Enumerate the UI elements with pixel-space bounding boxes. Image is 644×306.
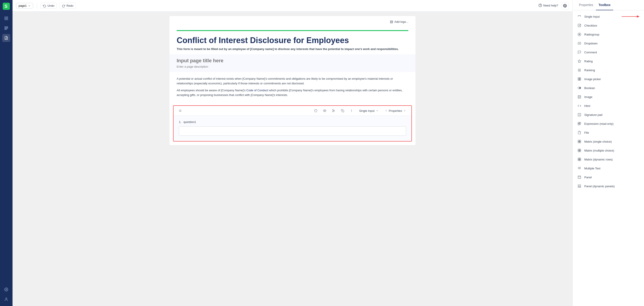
toolbox-item-ranking[interactable]: Ranking [573,66,644,75]
svg-point-12 [6,298,7,299]
topbar-divider [37,3,37,8]
comment-label: Comment [584,51,597,54]
toolbox-item-radiogroup[interactable]: Radiogroup [573,30,644,39]
sidebar-item-document[interactable] [2,34,10,42]
toolbox-item-file[interactable]: File [573,128,644,137]
single-input-arrow [622,14,640,19]
svg-rect-74 [580,159,581,161]
file-icon [577,130,582,135]
matrix-single-icon [577,139,582,144]
svg-rect-72 [580,158,581,159]
image-picker-icon [577,77,582,81]
toolbox-item-boolean[interactable]: Boolean [573,83,644,92]
comment-icon [577,50,582,54]
tab-toolbox[interactable]: Toolbox [596,0,613,10]
svg-rect-81 [578,186,581,187]
right-panel: Properties Toolbox Single Input [572,0,644,306]
question-content: 1. question1 [174,116,412,141]
toolbox-item-comment[interactable]: Comment [573,48,644,57]
required-icon[interactable] [312,108,319,114]
undo-button[interactable]: Undo [40,3,57,9]
radiogroup-icon [577,32,582,37]
form-header: Conflict of Interest Disclosure for Empl… [170,25,416,54]
sidebar-item-dashboard[interactable] [2,14,10,22]
svg-rect-80 [578,185,581,186]
svg-point-42 [579,34,580,35]
toolbox-item-single-input[interactable]: Single Input [573,12,644,21]
content-section: A potential or actual conflict of intere… [170,72,416,102]
svg-rect-60 [578,124,579,125]
single-input-icon [577,14,582,19]
page-selector[interactable]: page1 [16,3,33,8]
add-logo-button[interactable]: Add logo... [390,19,408,25]
drag-handle-icon[interactable] [177,108,183,114]
toolbox-item-dropdown[interactable]: Dropdown [573,39,644,48]
expression-label: Expression (read-only) [584,122,614,126]
svg-rect-6 [5,26,8,27]
toolbox-item-checkbox[interactable]: Checkbox [573,21,644,30]
ranking-icon [577,68,582,72]
toolbox-item-multiple-text[interactable]: Multiple Text [573,164,644,173]
svg-point-54 [580,87,580,88]
toolbox-item-matrix-multiple[interactable]: Matrix (multiple choice) [573,146,644,155]
global-topbar: Need help? [534,0,573,11]
content-p2-prefix: All employees should be aware of [Compan… [177,89,246,92]
main-area: Need help? page1 Undo Redo [12,0,572,306]
page-desc-input[interactable] [177,65,408,68]
svg-rect-2 [5,17,6,18]
content-paragraph2: All employees should be aware of [Compan… [177,88,408,98]
svg-point-18 [391,21,391,22]
svg-rect-40 [578,24,581,27]
more-icon[interactable] [348,108,355,114]
toolbox-item-matrix-single[interactable]: Matrix (single choice) [573,137,644,146]
matrix-multiple-label: Matrix (multiple choice) [584,149,614,152]
redo-button[interactable]: Redo [60,3,76,9]
sidebar-item-profile[interactable] [2,295,10,303]
form-title: Conflict of Interest Disclosure for Empl… [177,35,408,45]
panel-dynamic-label: Panel (dynamic panels) [584,185,615,188]
question-properties-label: Properties [389,109,402,113]
page-title-input[interactable] [177,58,408,64]
page-name: page1 [18,4,26,7]
toolbox-item-panel-dynamic[interactable]: Panel (dynamic panels) [573,182,644,191]
answer-input[interactable] [179,126,406,136]
toolbox-item-matrix-dynamic[interactable]: Matrix (dynamic rows) [573,155,644,164]
question-text: 1. question1 [179,120,406,124]
svg-rect-43 [578,42,581,44]
visibility-icon[interactable] [322,108,328,114]
toolbox-item-html[interactable]: Html [573,101,644,110]
matrix-single-label: Matrix (single choice) [584,140,612,143]
toolbox-item-panel[interactable]: Panel [573,173,644,182]
toolbox-item-expression[interactable]: Expression (read-only) [573,119,644,128]
topbar: page1 Undo Redo [12,0,572,12]
svg-rect-65 [578,142,579,143]
help-link[interactable]: Need help? [538,3,558,7]
question-type-selector[interactable]: Single Input [357,108,380,113]
app-logo[interactable]: S [3,3,10,10]
svg-rect-78 [578,176,581,178]
cut-icon[interactable] [330,108,337,114]
signature-pad-icon [577,113,582,117]
code-of-conduct-link[interactable]: Code of Conduct [246,89,268,92]
boolean-label: Boolean [584,86,595,90]
tab-properties[interactable]: Properties [576,0,596,10]
sidebar-item-settings[interactable] [2,286,10,294]
copy-icon[interactable] [340,108,346,114]
toolbox-item-signature-pad[interactable]: Signature pad [573,110,644,119]
content-paragraph1: A potential or actual conflict of intere… [177,77,408,86]
toolbox-item-rating[interactable]: Rating [573,57,644,66]
question-type-label: Single Input [359,109,374,113]
svg-rect-66 [580,142,581,143]
matrix-dynamic-label: Matrix (dynamic rows) [584,158,613,161]
toolbox-item-image[interactable]: Image [573,92,644,101]
svg-rect-49 [578,78,579,79]
svg-text:S: S [4,4,8,9]
panel-label: Panel [584,176,592,179]
svg-rect-31 [342,111,344,112]
sidebar-item-forms[interactable] [2,24,10,32]
question-properties-button[interactable]: Properties [383,108,408,113]
svg-point-25 [324,111,325,111]
svg-rect-58 [578,122,579,124]
power-button[interactable] [562,2,568,8]
toolbox-item-image-picker[interactable]: Image picker [573,75,644,83]
